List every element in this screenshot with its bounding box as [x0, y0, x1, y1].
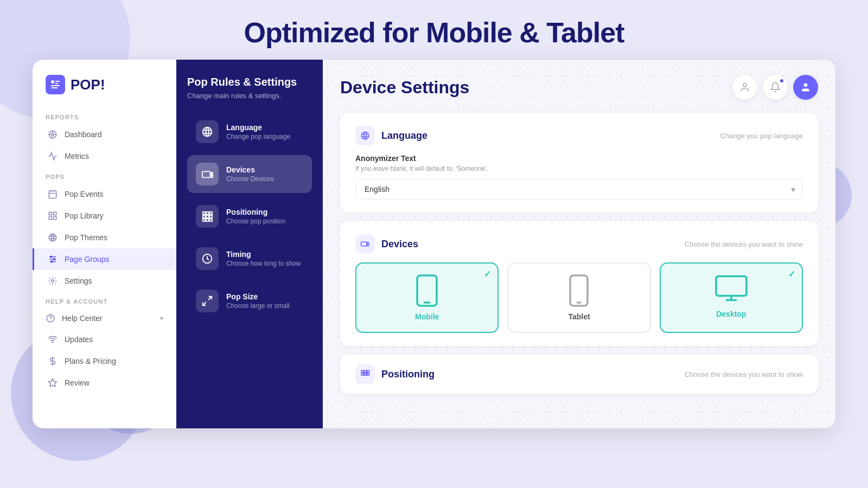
pop-events-label: Pop Events: [65, 190, 104, 198]
logo-icon: [46, 75, 65, 94]
plans-label: Plans & Pricing: [65, 357, 116, 365]
sidebar-item-help-center[interactable]: Help Center ▾: [33, 308, 176, 329]
language-select[interactable]: English Spanish French German Italian: [355, 179, 803, 200]
globe-small-icon: [47, 232, 58, 243]
main-content: Device Settings: [323, 60, 835, 428]
sidebar-item-dashboard[interactable]: Dashboard: [33, 124, 176, 145]
language-card-title: Language: [381, 130, 427, 142]
svg-line-49: [208, 297, 212, 300]
svg-point-51: [743, 84, 747, 87]
settings-label: Settings: [65, 277, 92, 285]
grid-icon: [47, 129, 58, 140]
svg-rect-58: [417, 275, 437, 306]
desktop-icon: [715, 274, 748, 304]
sidebar-item-page-groups[interactable]: Page Groups: [33, 248, 176, 270]
svg-rect-56: [361, 242, 367, 246]
device-mobile[interactable]: ✓ Mobile: [355, 262, 499, 333]
devices-card: Devices Choose the devices you want to s…: [340, 221, 818, 346]
section-reports-label: REPORTS: [33, 107, 176, 124]
svg-point-27: [51, 261, 53, 262]
svg-point-5: [52, 133, 54, 136]
sidebar-item-pop-events[interactable]: Pop Events: [33, 183, 176, 205]
pop-size-menu-icon: [196, 290, 219, 312]
page-title: Optimized for Mobile & Tablet: [0, 16, 868, 49]
positioning-card-title: Positioning: [381, 369, 435, 380]
device-tablet[interactable]: Tablet: [507, 262, 650, 333]
mobile-icon: [414, 274, 440, 307]
sidebar-item-plans[interactable]: Plans & Pricing: [33, 350, 176, 372]
language-menu-label: Language: [226, 123, 290, 132]
menu-item-positioning[interactable]: Positioning Choose pop position: [187, 197, 312, 235]
language-card-header: Language Change you pop language: [355, 126, 803, 145]
mobile-check-icon: ✓: [484, 269, 491, 279]
pop-themes-label: Pop Themes: [65, 233, 107, 242]
language-menu-desc: Change pop language: [226, 133, 290, 140]
devices-menu-text: Devices Choose Devices: [226, 165, 273, 183]
devices-card-header: Devices Choose the devices you want to s…: [355, 234, 803, 254]
svg-rect-37: [202, 171, 210, 177]
device-desktop[interactable]: ✓ Desktop: [660, 262, 803, 333]
sidebar-item-updates[interactable]: Updates: [33, 329, 176, 350]
timing-menu-text: Timing Choose how long to show: [226, 250, 301, 267]
section-pops-label: POPS: [33, 167, 176, 183]
sidebar-item-pop-themes[interactable]: Pop Themes: [33, 227, 176, 248]
svg-point-26: [54, 259, 55, 260]
page-groups-label: Page Groups: [65, 255, 110, 264]
notification-button[interactable]: [763, 75, 788, 100]
tablet-label: Tablet: [568, 312, 590, 321]
menu-item-pop-size[interactable]: Pop Size Choose large or small: [187, 282, 312, 320]
avatar-icon: [800, 82, 811, 93]
wifi-icon: [47, 334, 58, 345]
menu-item-timing[interactable]: Timing Choose how long to show: [187, 240, 312, 278]
positioning-card-icon: [355, 364, 375, 384]
svg-rect-3: [51, 85, 60, 86]
svg-rect-67: [367, 370, 369, 373]
metrics-label: Metrics: [65, 152, 89, 160]
svg-rect-42: [203, 215, 206, 218]
svg-rect-40: [206, 212, 209, 215]
gear-icon: [47, 275, 58, 286]
svg-rect-16: [54, 212, 56, 215]
positioning-card-title-row: Positioning: [355, 364, 435, 384]
svg-rect-60: [570, 275, 588, 306]
svg-rect-39: [203, 212, 206, 215]
avatar-button[interactable]: [793, 75, 818, 100]
positioning-card: Positioning Choose the devices you want …: [340, 355, 818, 394]
sidebar-item-pop-library[interactable]: Pop Library: [33, 205, 176, 227]
positioning-card-subtitle: Choose the devices you want to show: [685, 370, 803, 378]
sidebar-item-settings[interactable]: Settings: [33, 270, 176, 292]
language-menu-icon: [196, 120, 219, 143]
content-title: Device Settings: [340, 78, 469, 98]
middle-panel-subtitle: Change main rules & settings.: [187, 92, 312, 100]
content-header: Device Settings: [340, 75, 818, 100]
pop-library-label: Pop Library: [65, 211, 104, 220]
pop-size-menu-text: Pop Size Choose large or small: [226, 292, 290, 310]
dashboard-label: Dashboard: [65, 130, 102, 139]
sidebar-item-review[interactable]: Review: [33, 372, 176, 394]
calendar-icon: [47, 189, 58, 200]
svg-rect-17: [54, 217, 56, 220]
user-button[interactable]: [732, 75, 757, 100]
svg-rect-43: [206, 215, 209, 218]
menu-item-devices[interactable]: Devices Choose Devices: [187, 155, 312, 193]
devices-card-subtitle: Choose the devices you want to show: [685, 240, 803, 248]
svg-point-34: [203, 127, 212, 137]
devices-menu-desc: Choose Devices: [226, 175, 273, 183]
help-center-left: Help Center: [46, 313, 103, 323]
pop-size-menu-desc: Choose large or small: [226, 302, 290, 310]
language-menu-text: Language Change pop language: [226, 123, 290, 140]
sidebar-item-metrics[interactable]: Metrics: [33, 145, 176, 167]
language-card: Language Change you pop language Anonymi…: [340, 113, 818, 213]
main-container: POP! REPORTS Dashboard Metrics PO: [33, 60, 835, 428]
help-chevron-icon: ▾: [160, 314, 163, 322]
mobile-label: Mobile: [415, 312, 439, 321]
positioning-menu-icon: [196, 205, 219, 228]
language-card-icon: [355, 126, 375, 145]
anonymizer-hint: If you leave blank, it will default to: …: [355, 165, 803, 172]
svg-point-53: [361, 132, 369, 139]
desktop-label: Desktop: [716, 310, 746, 318]
svg-point-28: [52, 280, 54, 282]
logo-text: POP!: [71, 76, 105, 93]
menu-item-language[interactable]: Language Change pop language: [187, 113, 312, 151]
svg-rect-68: [361, 374, 363, 376]
